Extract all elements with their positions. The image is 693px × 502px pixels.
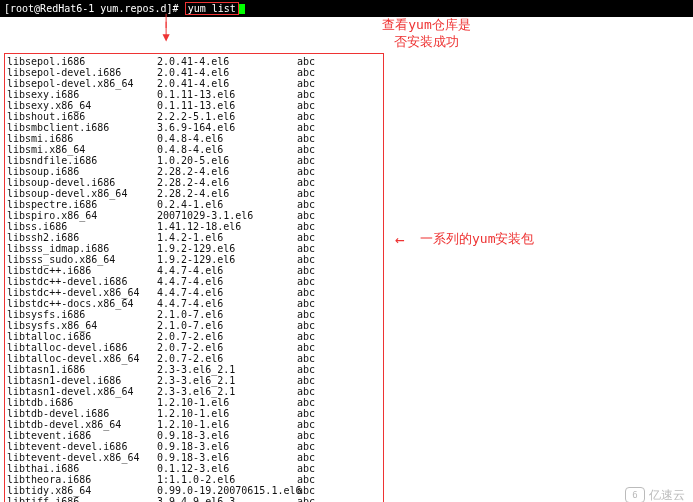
package-repo: abc [297,155,381,166]
package-repo: abc [297,89,381,100]
package-repo: abc [297,265,381,276]
package-version: 0.1.11-13.el6 [157,89,297,100]
table-row: libtasn1-devel.i6862.3-3.el6_2.1abc [7,375,381,386]
package-repo: abc [297,56,381,67]
package-version: 1.0.20-5.el6 [157,155,297,166]
package-version: 2.2.2-5.1.el6 [157,111,297,122]
package-version: 2.0.41-4.el6 [157,56,297,67]
package-version: 2.28.2-4.el6 [157,188,297,199]
table-row: libsexy.x86_640.1.11-13.el6abc [7,100,381,111]
package-version: 0.99.0-19.20070615.1.el6 [157,485,297,496]
package-repo: abc [297,474,381,485]
table-row: libsoup-devel.x86_642.28.2-4.el6abc [7,188,381,199]
table-row: libthai.i6860.1.12-3.el6abc [7,463,381,474]
package-repo: abc [297,232,381,243]
package-version: 3.9.4-9.el6_3 [157,496,297,502]
watermark: 6 亿速云 [625,487,685,502]
package-repo: abc [297,408,381,419]
package-name: libsepol-devel.x86_64 [7,78,157,89]
package-name: libsepol.i686 [7,56,157,67]
package-version: 2.0.7-2.el6 [157,353,297,364]
package-repo: abc [297,375,381,386]
package-repo: abc [297,331,381,342]
package-repo: abc [297,221,381,232]
table-row: libtalloc.i6862.0.7-2.el6abc [7,331,381,342]
table-row: libsysfs.i6862.1.0-7.el6abc [7,309,381,320]
table-row: libspectre.i6860.2.4-1.el6abc [7,199,381,210]
table-row: libtalloc-devel.i6862.0.7-2.el6abc [7,342,381,353]
package-version: 2.3-3.el6_2.1 [157,364,297,375]
arrow-left-icon: ← [395,230,405,249]
package-name: libsoup-devel.i686 [7,177,157,188]
package-name: libtevent-devel.x86_64 [7,452,157,463]
table-row: libtheora.i6861:1.1.0-2.el6abc [7,474,381,485]
package-name: libsmi.x86_64 [7,144,157,155]
annotation-top: 查看yum仓库是 否安装成功 [160,17,693,51]
package-name: libss.i686 [7,221,157,232]
package-name: libspectre.i686 [7,199,157,210]
package-repo: abc [297,320,381,331]
package-name: libspiro.x86_64 [7,210,157,221]
package-version: 1.4.2-1.el6 [157,232,297,243]
package-version: 0.1.11-13.el6 [157,100,297,111]
package-list-box: libsepol.i6862.0.41-4.el6abclibsepol-dev… [4,53,384,502]
table-row: libstdc++-devel.i6864.4.7-4.el6abc [7,276,381,287]
package-name: libsndfile.i686 [7,155,157,166]
package-version: 4.4.7-4.el6 [157,265,297,276]
package-name: libsexy.i686 [7,89,157,100]
table-row: libsmbclient.i6863.6.9-164.el6abc [7,122,381,133]
package-name: libsmi.i686 [7,133,157,144]
table-row: libtdb-devel.x86_641.2.10-1.el6abc [7,419,381,430]
table-row: libssh2.i6861.4.2-1.el6abc [7,232,381,243]
package-repo: abc [297,430,381,441]
table-row: libshout.i6862.2.2-5.1.el6abc [7,111,381,122]
package-repo: abc [297,188,381,199]
package-name: libsysfs.i686 [7,309,157,320]
package-repo: abc [297,78,381,89]
package-name: libtalloc-devel.x86_64 [7,353,157,364]
package-name: libtevent.i686 [7,430,157,441]
table-row: libtevent-devel.i6860.9.18-3.el6abc [7,441,381,452]
command-highlight-box: yum list [185,2,239,15]
package-version: 0.2.4-1.el6 [157,199,297,210]
table-row: libtidy.x86_640.99.0-19.20070615.1.el6ab… [7,485,381,496]
package-version: 3.6.9-164.el6 [157,122,297,133]
package-repo: abc [297,177,381,188]
package-name: libtdb.i686 [7,397,157,408]
terminal-prompt-line: [root@RedHat6-1 yum.repos.d]# yum list [0,0,693,17]
package-name: libtalloc.i686 [7,331,157,342]
package-version: 2.0.41-4.el6 [157,78,297,89]
package-name: libsysfs.x86_64 [7,320,157,331]
package-version: 2.3-3.el6_2.1 [157,375,297,386]
package-version: 4.4.7-4.el6 [157,287,297,298]
package-name: libthai.i686 [7,463,157,474]
table-row: libsoup-devel.i6862.28.2-4.el6abc [7,177,381,188]
table-row: libstdc++-devel.x86_644.4.7-4.el6abc [7,287,381,298]
package-name: libstdc++.i686 [7,265,157,276]
table-row: libtalloc-devel.x86_642.0.7-2.el6abc [7,353,381,364]
package-name: libsss_idmap.i686 [7,243,157,254]
package-repo: abc [297,144,381,155]
table-row: libsysfs.x86_642.1.0-7.el6abc [7,320,381,331]
package-version: 1.9.2-129.el6 [157,243,297,254]
table-row: libtdb.i6861.2.10-1.el6abc [7,397,381,408]
table-row: libsss_sudo.x86_641.9.2-129.el6abc [7,254,381,265]
package-repo: abc [297,210,381,221]
package-repo: abc [297,463,381,474]
package-repo: abc [297,111,381,122]
package-repo: abc [297,254,381,265]
annotation-top-line1: 查看yum仓库是 [160,17,693,34]
package-name: libtasn1-devel.x86_64 [7,386,157,397]
package-repo: abc [297,122,381,133]
watermark-text: 亿速云 [649,487,685,502]
package-version: 2.0.7-2.el6 [157,331,297,342]
command-text[interactable]: yum list [188,3,236,14]
package-repo: abc [297,452,381,463]
table-row: libsmi.x86_640.4.8-4.el6abc [7,144,381,155]
package-name: libtheora.i686 [7,474,157,485]
package-repo: abc [297,199,381,210]
package-version: 4.4.7-4.el6 [157,298,297,309]
package-name: libsepol-devel.i686 [7,67,157,78]
package-repo: abc [297,419,381,430]
package-version: 4.4.7-4.el6 [157,276,297,287]
